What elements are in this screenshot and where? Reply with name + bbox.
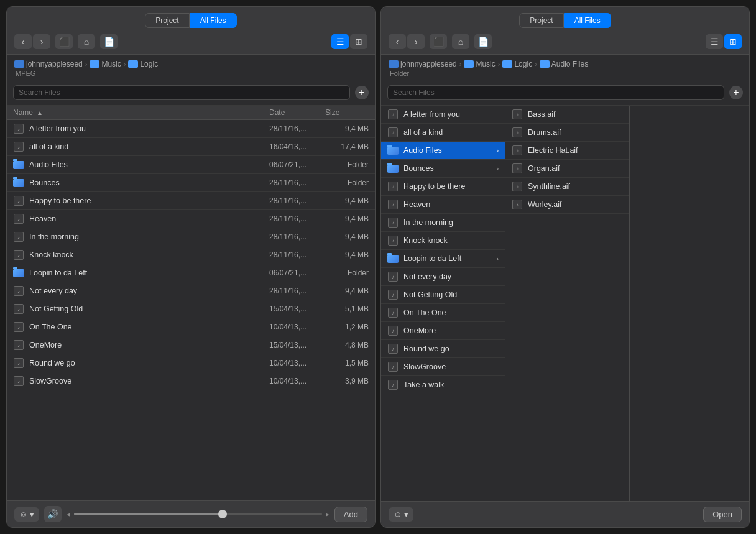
right-column-3 (630, 106, 749, 501)
right-bottom-toolbar: ☺ ▾ Open (381, 501, 749, 527)
list-item[interactable]: SlowGroove10/04/13,...3,9 MB (7, 372, 375, 390)
list-item[interactable]: In the morning (381, 214, 505, 232)
list-item[interactable]: A letter from you28/11/16,...9,4 MB (7, 120, 375, 138)
header-date[interactable]: Date (269, 108, 325, 117)
breadcrumb-item-music[interactable]: Music (90, 60, 121, 68)
right-list-view-button[interactable]: ☰ (706, 34, 723, 49)
list-item[interactable]: Happy to be there28/11/16,...9,4 MB (7, 192, 375, 210)
list-item[interactable]: Electric Hat.aif (505, 142, 629, 160)
list-item[interactable]: OneMore (381, 322, 505, 340)
list-item[interactable]: Loopin to da Left06/07/21,...Folder (7, 264, 375, 282)
file-name: Knock knock (29, 251, 269, 259)
right-file-button[interactable]: 📄 (474, 34, 492, 49)
list-item[interactable]: Knock knock28/11/16,...9,4 MB (7, 246, 375, 264)
home-folder-icon (14, 60, 24, 68)
add-button[interactable]: Add (334, 507, 367, 522)
list-item[interactable]: Organ.aif (505, 160, 629, 178)
right-back-button[interactable]: ‹ (389, 34, 406, 49)
header-size[interactable]: Size (325, 108, 369, 117)
file-size: 1,2 MB (325, 323, 369, 331)
list-item[interactable]: Heaven (381, 196, 505, 214)
monitor-icon-button[interactable]: ⬛ (55, 34, 73, 49)
right-tab-project[interactable]: Project (519, 13, 563, 28)
folder-icon (387, 255, 399, 263)
left-add-button[interactable]: + (355, 86, 369, 99)
left-search-input[interactable] (13, 85, 350, 100)
audio-icon (512, 200, 522, 209)
left-tab-project[interactable]: Project (145, 13, 189, 28)
audio-icon (14, 196, 24, 206)
breadcrumb-item-home[interactable]: johnnyappleseed (14, 60, 83, 68)
list-item[interactable]: On The One (381, 304, 505, 322)
list-item[interactable]: Knock knock (381, 232, 505, 250)
list-item[interactable]: In the morning28/11/16,...9,4 MB (7, 228, 375, 246)
right-tab-allfiles[interactable]: All Files (564, 13, 611, 28)
list-item[interactable]: Bounces› (381, 160, 505, 178)
list-item[interactable]: Happy to be there (381, 178, 505, 196)
right-add-button[interactable]: + (729, 86, 743, 99)
file-icon-button[interactable]: 📄 (100, 34, 118, 49)
audio-icon (14, 340, 24, 350)
right-breadcrumb-home[interactable]: johnnyappleseed (389, 60, 457, 68)
list-item[interactable]: On The One10/04/13,...1,2 MB (7, 318, 375, 336)
right-breadcrumb-audiofiles[interactable]: Audio Files (540, 60, 588, 68)
right-column-view-button[interactable]: ⊞ (724, 34, 742, 49)
breadcrumb-item-logic[interactable]: Logic (128, 60, 158, 68)
list-item[interactable]: Take a walk (381, 376, 505, 394)
col-file-name: Take a walk (403, 380, 499, 389)
right-monitor-button[interactable]: ⬛ (430, 34, 447, 49)
list-item[interactable]: all of a kind (381, 124, 505, 142)
list-item[interactable]: Not every day28/11/16,...9,4 MB (7, 282, 375, 300)
list-item[interactable]: Round we go (381, 340, 505, 358)
file-name: On The One (29, 323, 269, 331)
list-item[interactable]: Audio Files06/07/21,...Folder (7, 156, 375, 174)
list-item[interactable]: all of a kind16/04/13,...17,4 MB (7, 138, 375, 156)
right-search-input[interactable] (387, 85, 724, 100)
list-item[interactable]: Bass.aif (505, 106, 629, 124)
forward-button[interactable]: › (33, 34, 50, 49)
list-item[interactable]: Synthline.aif (505, 178, 629, 196)
list-item[interactable]: A letter from you (381, 106, 505, 124)
list-item[interactable]: Audio Files› (381, 142, 505, 160)
left-tab-allfiles[interactable]: All Files (190, 13, 237, 28)
file-date: 28/11/16,... (269, 251, 325, 259)
file-name: SlowGroove (29, 377, 269, 385)
slider-track[interactable] (74, 513, 322, 515)
right-home-button[interactable]: ⌂ (452, 34, 469, 49)
right-smiley-button[interactable]: ☺ ▾ (389, 507, 413, 522)
speaker-button[interactable]: 🔊 (44, 506, 62, 522)
list-item[interactable]: Bounces28/11/16,...Folder (7, 174, 375, 192)
open-button[interactable]: Open (703, 507, 742, 522)
list-item[interactable]: Not Getting Old15/04/13,...5,1 MB (7, 300, 375, 318)
list-item[interactable]: Not every day (381, 268, 505, 286)
list-item[interactable]: Loopin to da Left› (381, 250, 505, 268)
audio-icon (14, 214, 24, 224)
file-name: Audio Files (29, 160, 269, 169)
list-item[interactable]: Round we go10/04/13,...1,5 MB (7, 354, 375, 372)
list-item[interactable]: OneMore15/04/13,...4,8 MB (7, 336, 375, 354)
list-item[interactable]: Not Getting Old (381, 286, 505, 304)
left-toolbar: ‹ › ⬛ ⌂ 📄 ☰ ⊞ (14, 34, 367, 49)
audio-icon (388, 218, 398, 228)
back-button[interactable]: ‹ (14, 34, 32, 49)
audio-icon (14, 304, 24, 314)
list-item[interactable]: Drums.aif (505, 124, 629, 142)
right-forward-button[interactable]: › (407, 34, 425, 49)
file-date: 10/04/13,... (269, 377, 325, 385)
list-item[interactable]: SlowGroove (381, 358, 505, 376)
audio-icon (388, 362, 398, 372)
right-breadcrumb-music[interactable]: Music (464, 60, 495, 68)
file-size: Folder (325, 269, 369, 277)
column-view-button[interactable]: ⊞ (350, 34, 367, 49)
header-name[interactable]: Name ▲ (13, 108, 269, 117)
slider-thumb[interactable] (218, 510, 227, 518)
home-icon-button[interactable]: ⌂ (78, 34, 95, 49)
right-breadcrumb-logic[interactable]: Logic (502, 60, 532, 68)
list-item[interactable]: Wurley.aif (505, 196, 629, 214)
file-name: A letter from you (29, 124, 269, 133)
file-size: 9,4 MB (325, 232, 369, 241)
audio-icon (388, 200, 398, 209)
list-view-button[interactable]: ☰ (331, 34, 349, 49)
smiley-button[interactable]: ☺ ▾ (14, 507, 39, 522)
list-item[interactable]: Heaven28/11/16,...9,4 MB (7, 210, 375, 228)
